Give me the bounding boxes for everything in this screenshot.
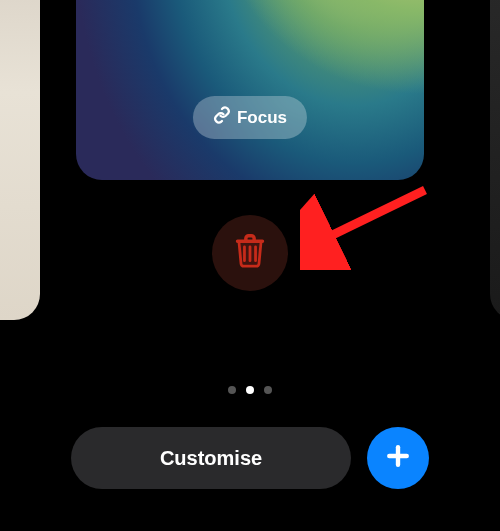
- page-dot-active: [246, 386, 254, 394]
- svg-rect-0: [241, 243, 259, 265]
- page-dot: [264, 386, 272, 394]
- plus-icon: [383, 441, 413, 475]
- delete-wallpaper-button[interactable]: [212, 215, 288, 291]
- page-dot: [228, 386, 236, 394]
- bottom-toolbar: Customise: [0, 427, 500, 489]
- wallpaper-art: [124, 0, 424, 180]
- focus-pill[interactable]: Focus: [193, 96, 307, 139]
- trash-icon: [233, 233, 267, 273]
- page-indicator: [228, 386, 272, 394]
- link-icon: [213, 106, 231, 129]
- customise-button[interactable]: Customise: [71, 427, 351, 489]
- focus-label: Focus: [237, 108, 287, 128]
- customise-label: Customise: [160, 447, 262, 470]
- wallpaper-preview-prev[interactable]: [0, 0, 40, 320]
- wallpaper-preview-next[interactable]: [490, 0, 500, 320]
- add-wallpaper-button[interactable]: [367, 427, 429, 489]
- wallpaper-preview-current[interactable]: Focus: [76, 0, 424, 180]
